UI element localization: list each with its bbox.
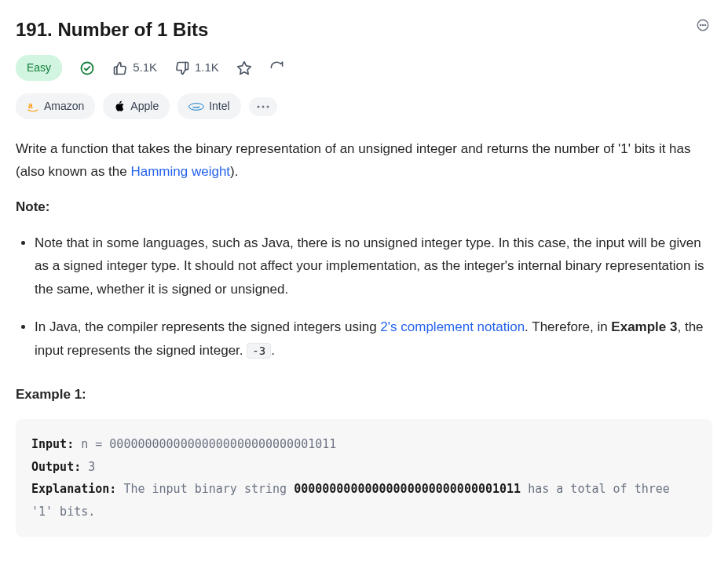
like-count: 5.1K: [133, 59, 157, 77]
solved-indicator: [79, 60, 95, 76]
svg-point-9: [257, 105, 259, 108]
check-circle-icon: [79, 60, 95, 76]
stats-row: Easy 5.1K 1.1K: [16, 55, 712, 81]
hamming-weight-link[interactable]: Hamming weight: [130, 164, 230, 179]
dots-icon: [257, 102, 269, 111]
thumbs-down-icon: [174, 60, 190, 76]
note-item: Note that in some languages, such as Jav…: [35, 231, 712, 301]
apple-icon: [114, 100, 126, 112]
share-icon: [269, 60, 284, 75]
svg-point-11: [266, 105, 269, 108]
tag-label: Amazon: [44, 98, 84, 115]
svg-marker-5: [238, 61, 251, 74]
tag-label: Intel: [209, 98, 229, 115]
example-block: Input: n = 00000000000000000000000000001…: [16, 419, 712, 537]
twos-complement-link[interactable]: 2's complement notation: [380, 319, 525, 334]
svg-text:a: a: [28, 101, 33, 110]
company-tag-apple[interactable]: Apple: [103, 93, 170, 119]
company-tag-amazon[interactable]: a Amazon: [16, 93, 95, 119]
intel-icon: intel: [188, 101, 204, 112]
svg-text:intel: intel: [193, 104, 200, 108]
tag-label: Apple: [130, 98, 159, 115]
like-button[interactable]: 5.1K: [112, 59, 157, 77]
problem-title: 191. Number of 1 Bits: [16, 16, 208, 44]
dislike-button[interactable]: 1.1K: [174, 59, 219, 77]
more-tags-button[interactable]: [249, 97, 277, 116]
company-tag-intel[interactable]: intel Intel: [177, 93, 240, 119]
svg-point-3: [704, 24, 705, 25]
example-heading: Example 1:: [16, 384, 712, 406]
svg-point-1: [700, 24, 701, 25]
note-heading: Note:: [16, 196, 712, 219]
problem-description: Write a function that takes the binary r…: [16, 138, 712, 537]
dislike-count: 1.1K: [195, 59, 219, 77]
ellipsis-icon: [696, 18, 710, 32]
description-paragraph: Write a function that takes the binary r…: [16, 138, 712, 184]
notes-list: Note that in some languages, such as Jav…: [16, 231, 712, 363]
inline-code: -3: [247, 343, 271, 359]
note-item: In Java, the compiler represents the sig…: [35, 315, 712, 363]
company-tags-row: a Amazon Apple intel Intel: [16, 93, 712, 119]
more-options-button[interactable]: [693, 16, 712, 35]
thumbs-up-icon: [112, 60, 128, 76]
difficulty-badge: Easy: [16, 55, 62, 81]
svg-point-2: [702, 24, 703, 25]
favorite-button[interactable]: [236, 60, 252, 76]
share-button[interactable]: [269, 60, 284, 75]
amazon-icon: a: [27, 100, 39, 113]
star-icon: [236, 60, 252, 76]
svg-point-10: [262, 105, 264, 108]
